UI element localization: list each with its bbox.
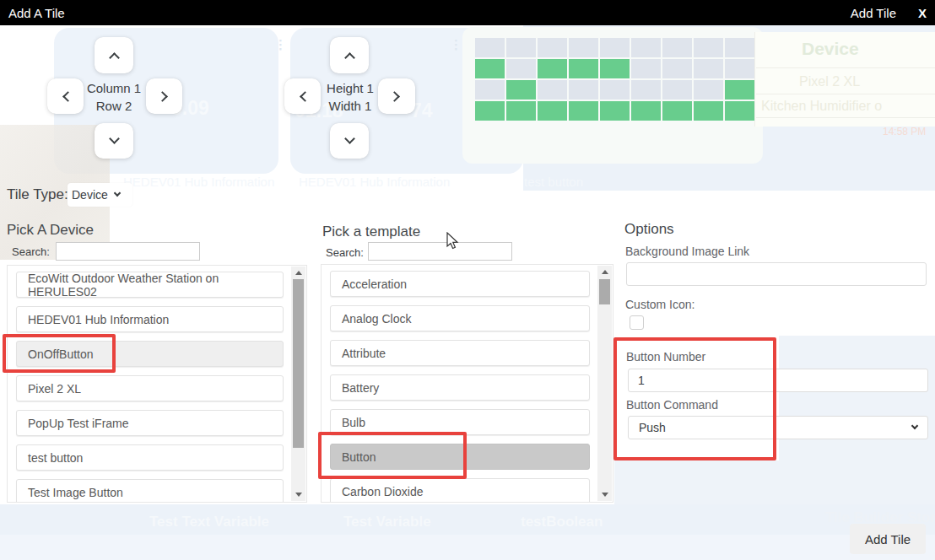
grid-cell-occupied[interactable]	[600, 59, 630, 78]
faded-tile-text: Test Variable	[343, 514, 431, 530]
grid-cell-empty[interactable]	[662, 80, 692, 100]
grid-cell-empty[interactable]	[569, 80, 598, 100]
grid-cell-occupied[interactable]	[631, 101, 661, 121]
row-up-button[interactable]	[95, 37, 133, 73]
options-panel-title: Options	[624, 221, 674, 238]
list-item[interactable]: EcoWitt Outdoor Weather Station on HERUL…	[16, 272, 284, 298]
grid-cell-empty[interactable]	[600, 38, 630, 57]
faded-tile-text: test button	[524, 175, 583, 189]
chevron-down-icon	[911, 422, 918, 428]
column-value: Column 1	[68, 79, 160, 97]
grid-cell-occupied[interactable]	[569, 59, 598, 78]
grid-cell-occupied[interactable]	[538, 101, 567, 121]
faded-tile-text: HEDEV01 Hub Information	[299, 175, 450, 189]
list-item[interactable]: OnOffButton	[16, 341, 284, 367]
grid-cell-occupied[interactable]	[475, 101, 505, 121]
list-item[interactable]: Carbon Dioxide	[330, 478, 590, 503]
faded-dashboard-region	[779, 336, 935, 469]
grid-cell-empty[interactable]	[600, 80, 630, 100]
button-command-value: Push	[639, 421, 666, 434]
list-item[interactable]: Battery	[330, 374, 590, 401]
height-up-button[interactable]	[330, 37, 369, 73]
grid-cell-empty[interactable]	[694, 80, 723, 100]
template-search-label: Search:	[326, 246, 364, 259]
grid-cell-empty[interactable]	[475, 38, 505, 57]
grid-cell-occupied[interactable]	[506, 101, 536, 121]
grid-cell-empty[interactable]	[538, 80, 567, 100]
chevron-down-icon	[109, 133, 120, 144]
faded-kebab-menu-icon: ⋮	[274, 37, 287, 52]
dialog-title-bar: Add A Tile Add Tile X	[0, 0, 935, 25]
grid-cell-occupied[interactable]	[569, 101, 598, 121]
grid-cell-occupied[interactable]	[506, 80, 536, 100]
grid-cell-empty[interactable]	[631, 80, 661, 100]
scroll-up-button[interactable]	[597, 266, 612, 278]
grid-cell-occupied[interactable]	[662, 101, 692, 121]
button-command-label: Button Command	[626, 398, 718, 412]
grid-cell-empty[interactable]	[662, 59, 692, 78]
grid-cell-empty[interactable]	[694, 38, 723, 57]
list-item[interactable]: Analog Clock	[330, 305, 590, 331]
height-value: Height 1	[304, 79, 397, 97]
height-down-button[interactable]	[330, 123, 369, 159]
device-search-input[interactable]	[56, 242, 200, 261]
list-item[interactable]: Bulb	[330, 409, 590, 435]
tile-type-select[interactable]: Device	[68, 183, 132, 207]
faded-bottom-band	[0, 535, 935, 560]
chevron-down-icon	[344, 133, 355, 144]
device-list-scrollbar[interactable]	[291, 267, 305, 501]
template-search-input[interactable]	[368, 242, 512, 261]
button-command-select[interactable]: Push	[628, 416, 928, 439]
list-item[interactable]: Pixel 2 XL	[16, 375, 284, 401]
position-stepper-label: Column 1 Row 2	[68, 79, 160, 115]
faded-tile-text: Pixel 2 XL	[799, 74, 860, 89]
grid-cell-occupied[interactable]	[538, 59, 567, 78]
add-tile-button[interactable]: Add Tile	[850, 524, 926, 554]
button-number-input[interactable]	[628, 369, 928, 392]
triangle-down-icon	[602, 493, 608, 497]
grid-cell-empty[interactable]	[475, 80, 505, 100]
list-item[interactable]: Button	[330, 444, 590, 470]
chevron-up-icon	[109, 52, 120, 63]
grid-cell-empty[interactable]	[506, 59, 536, 78]
device-search-label: Search:	[12, 245, 50, 258]
scroll-up-button[interactable]	[291, 267, 305, 279]
list-item[interactable]: Acceleration	[330, 271, 590, 297]
faded-bottom-band	[0, 504, 935, 560]
list-item[interactable]: PopUp Test iFrame	[16, 410, 284, 436]
grid-cell-empty[interactable]	[725, 59, 754, 78]
grid-cell-empty[interactable]	[631, 38, 661, 57]
faded-tile-text: testBoolean	[521, 514, 603, 530]
grid-cell-empty[interactable]	[694, 59, 723, 78]
list-item[interactable]: Test Image Button	[16, 479, 284, 503]
close-button[interactable]: X	[918, 6, 927, 20]
list-item[interactable]: Attribute	[330, 340, 590, 366]
grid-cell-empty[interactable]	[538, 38, 567, 57]
scrollbar-thumb[interactable]	[599, 279, 610, 304]
grid-cell-empty[interactable]	[506, 38, 536, 57]
grid-cell-empty[interactable]	[725, 38, 754, 57]
custom-icon-label: Custom Icon:	[625, 298, 694, 311]
grid-cell-occupied[interactable]	[725, 101, 754, 121]
background-image-input[interactable]	[626, 262, 927, 286]
scroll-down-button[interactable]	[291, 488, 305, 501]
list-item[interactable]: test button	[16, 444, 284, 471]
row-down-button[interactable]	[95, 123, 133, 159]
custom-icon-checkbox[interactable]	[630, 315, 644, 330]
grid-cell-empty[interactable]	[569, 38, 598, 57]
grid-cell-occupied[interactable]	[694, 101, 723, 121]
grid-cell-occupied[interactable]	[725, 80, 754, 100]
grid-cell-empty[interactable]	[662, 38, 692, 57]
grid-cell-occupied[interactable]	[475, 59, 505, 78]
faded-tile-divider	[756, 117, 935, 118]
grid-cell-occupied[interactable]	[600, 101, 630, 121]
faded-tile-text: Test Text Variable	[149, 514, 269, 530]
scroll-down-button[interactable]	[597, 488, 612, 501]
device-panel-title: Pick A Device	[7, 222, 94, 239]
scrollbar-thumb[interactable]	[293, 279, 304, 448]
triangle-up-icon	[602, 270, 608, 274]
list-item[interactable]: HEDEV01 Hub Information	[16, 306, 284, 332]
add-tile-topbar-button[interactable]: Add Tile	[851, 6, 896, 20]
template-list-scrollbar[interactable]	[597, 266, 612, 501]
grid-cell-empty[interactable]	[631, 59, 661, 78]
